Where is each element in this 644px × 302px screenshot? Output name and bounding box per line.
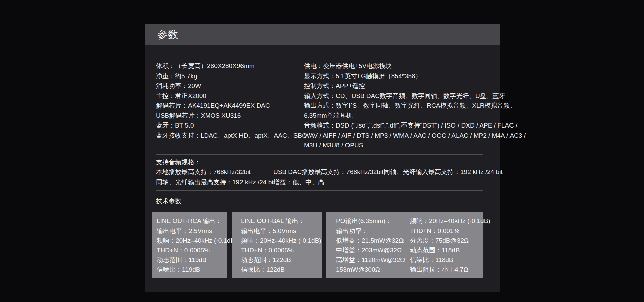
spec-column-left: 体积：（长宽高）280X280X96mm 净重：约5.7kg 消耗功率：20W … xyxy=(156,61,304,150)
audio-spec-gain: 增益：低、中、高 xyxy=(273,177,384,187)
spec-line-main-controller: 主控：君正X2000 xyxy=(156,91,304,101)
tech-box3-right-column: 频响：20Hz–40kHz (-0.1dB) THD+N：0.001% 分离度：… xyxy=(410,216,490,278)
tech-params-boxes: LINE OUT-RCA 输出： 输出电平：2.5Vrms 频响：20Hz–40… xyxy=(152,212,483,278)
tech-box1-snr: 信噪比：119dB xyxy=(157,265,227,274)
tech-box3-output-power: 输出功率： xyxy=(336,226,410,236)
tech-box-line-out-bal: LINE OUT-BAL 输出： 输出电平：5.0Vrms 频响：20Hz–40… xyxy=(232,212,322,278)
page-title: 参数 xyxy=(157,28,179,42)
tech-box1-thd: THD+N：0.0005% xyxy=(157,245,227,255)
audio-spec-local-max: 本地播放最高支持：768kHz/32bit xyxy=(156,167,273,177)
spec-line-formats-cont2: M3U / M3U8 / OPUS xyxy=(304,140,526,150)
tech-params-title: 技术参数 xyxy=(156,196,483,206)
spec-line-bt-codecs: 蓝牙接收支持：LDAC、aptX HD、aptX、AAC、SBC xyxy=(156,131,304,141)
spec-line-outputs-cont: 6.35mm单端耳机 xyxy=(304,111,526,121)
spec-line-usb-chip: USB解码芯片：XMOS XU316 xyxy=(156,111,304,121)
tech-box2-level: 输出电平：5.0Vrms xyxy=(241,226,322,236)
audio-spec-row-1: 本地播放最高支持：768kHz/32bit USB DAC播放最高支持：768k… xyxy=(156,167,483,177)
tech-box-line-out-rca: LINE OUT-RCA 输出： 输出电平：2.5Vrms 频响：20Hz–40… xyxy=(152,212,227,278)
spec-line-dac-chip: 解码芯片：AK4191EQ+AK4499EX DAC xyxy=(156,101,304,111)
tech-box2-freq: 频响：20Hz–40kHz (-0.1dB) xyxy=(241,236,322,245)
spec-line-formats-cont1: WAV / AIFF / AIF / DTS / MP3 / WMA / AAC… xyxy=(304,131,526,141)
spec-line-outputs: 输出方式：数字I²S、数字同轴、数字光纤、RCA模拟音频、XLR模拟音频、 xyxy=(304,101,526,111)
divider-bottom xyxy=(156,190,483,191)
spec-line-power-supply: 供电：变压器供电+5V电源模块 xyxy=(304,61,526,71)
spec-columns: 体积：（长宽高）280X280X96mm 净重：约5.7kg 消耗功率：20W … xyxy=(156,61,483,150)
panel-header: 参数 xyxy=(145,24,500,45)
tech-box1-title: LINE OUT-RCA 输出： xyxy=(157,216,227,226)
tech-box2-thd: THD+N：0.0005% xyxy=(241,245,322,255)
tech-box3-low-gain: 低增益：21.5mW@32Ω xyxy=(336,236,410,245)
audio-spec-coax-output-max: 同轴、光纤输出最高支持：192 kHz /24 bit xyxy=(156,177,273,187)
tech-box3-title: PO输出(6.35mm)： xyxy=(336,216,410,226)
tech-box3-dynamic-range: 动态范围：118dB xyxy=(410,245,490,255)
audio-spec-row-2: 同轴、光纤输出最高支持：192 kHz /24 bit 增益：低、中、高 xyxy=(156,177,483,187)
spec-line-formats: 音频格式：DSD (".iso",".dsf",".dff",不支持"DST")… xyxy=(304,120,526,131)
tech-box3-high-gain: 高增益：1120mW@32Ω xyxy=(336,255,410,265)
audio-spec-usbdac-max: USB DAC播放最高支持：768kHz/32bit xyxy=(273,167,384,177)
spec-line-bluetooth: 蓝牙：BT 5.0 xyxy=(156,120,304,131)
tech-box3-thd: THD+N：0.001% xyxy=(410,226,490,236)
spec-panel: 参数 体积：（长宽高）280X280X96mm 净重：约5.7kg 消耗功率：2… xyxy=(145,24,500,292)
tech-box2-title: LINE OUT-BAL 输出： xyxy=(241,216,322,226)
tech-box3-mid-gain: 中增益：203mW@32Ω xyxy=(336,245,410,255)
tech-box2-dynamic-range: 动态范围：122dB xyxy=(241,255,322,265)
tech-box-po-output: PO输出(6.35mm)： 输出功率： 低增益：21.5mW@32Ω 中增益：2… xyxy=(326,212,483,278)
tech-box1-level: 输出电平：2.5Vrms xyxy=(157,226,227,236)
tech-box2-snr: 信噪比：122dB xyxy=(241,265,322,274)
spec-line-display: 显示方式：5.1英寸LG触摸屏（854*358） xyxy=(304,71,526,81)
tech-box1-freq: 频响：20Hz–40kHz (-0.1dB) xyxy=(157,236,227,245)
spec-line-volume: 体积：（长宽高）280X280X96mm xyxy=(156,61,304,71)
audio-spec-coax-input-max: 同轴、光纤输入最高支持：192 kHz /24 bit xyxy=(384,167,503,177)
spec-line-weight: 净重：约5.7kg xyxy=(156,71,304,81)
tech-box3-left-column: PO输出(6.35mm)： 输出功率： 低增益：21.5mW@32Ω 中增益：2… xyxy=(336,216,410,278)
spec-line-inputs: 输入方式：CD、USB DAC数字音频、数字同轴、数字光纤、U盘、蓝牙 xyxy=(304,91,526,101)
tech-box3-freq: 频响：20Hz–40kHz (-0.1dB) xyxy=(410,216,490,226)
tech-box3-separation: 分离度：75dB@32Ω xyxy=(410,236,490,245)
tech-box3-output-impedance: 输出阻抗：小于4.7Ω xyxy=(410,265,490,274)
spec-line-power-consumption: 消耗功率：20W xyxy=(156,81,304,91)
audio-spec-title: 支持音频规格： xyxy=(156,157,483,167)
divider-top xyxy=(156,154,483,155)
tech-box3-snr: 信噪比：118dB xyxy=(410,255,490,265)
audio-spec-section: 支持音频规格： 本地播放最高支持：768kHz/32bit USB DAC播放最… xyxy=(156,157,483,187)
tech-box1-dynamic-range: 动态范围：119dB xyxy=(157,255,227,265)
tech-box3-high-gain-cont: 153mW@300Ω xyxy=(336,265,410,274)
spec-line-control: 控制方式：APP+遥控 xyxy=(304,81,526,91)
spec-column-right: 供电：变压器供电+5V电源模块 显示方式：5.1英寸LG触摸屏（854*358）… xyxy=(304,61,526,150)
